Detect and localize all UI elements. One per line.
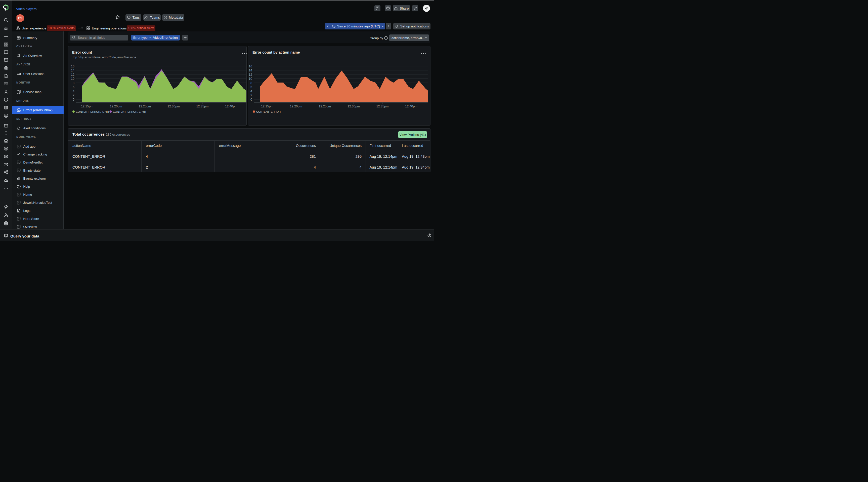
svg-text:12:40pm: 12:40pm: [225, 104, 237, 108]
svg-text:12:15pm: 12:15pm: [81, 104, 93, 108]
svg-text:16: 16: [71, 65, 74, 68]
svg-text:12:25pm: 12:25pm: [138, 104, 151, 108]
svg-text:6: 6: [250, 85, 252, 89]
svg-text:8: 8: [73, 81, 74, 85]
svg-text:12:20pm: 12:20pm: [290, 104, 302, 108]
svg-text:4: 4: [250, 90, 252, 93]
svg-text:10: 10: [249, 77, 252, 81]
svg-text:CONTENT_ERROR, 2, null: CONTENT_ERROR, 2, null: [113, 110, 146, 113]
svg-text:12:30pm: 12:30pm: [347, 104, 360, 108]
svg-text:4: 4: [73, 90, 74, 93]
svg-text:12:25pm: 12:25pm: [318, 104, 331, 108]
svg-text:12:30pm: 12:30pm: [167, 104, 180, 108]
svg-text:12: 12: [71, 73, 74, 77]
svg-text:12:20pm: 12:20pm: [110, 104, 122, 108]
svg-text:CONTENT_ERROR, 4, null: CONTENT_ERROR, 4, null: [76, 110, 109, 113]
svg-text:12: 12: [249, 73, 252, 77]
svg-text:12:35pm: 12:35pm: [376, 104, 389, 108]
svg-text:2: 2: [250, 94, 252, 97]
svg-text:6: 6: [73, 85, 74, 89]
svg-text:16: 16: [249, 65, 252, 68]
svg-text:12:40pm: 12:40pm: [405, 104, 417, 108]
svg-text:10: 10: [71, 77, 74, 81]
svg-text:0: 0: [250, 98, 252, 101]
svg-text:14: 14: [71, 69, 74, 72]
svg-text:12:35pm: 12:35pm: [196, 104, 209, 108]
svg-text:0: 0: [73, 98, 74, 101]
svg-text:2: 2: [73, 94, 74, 97]
svg-text:12:15pm: 12:15pm: [261, 104, 273, 108]
svg-text:CONTENT_ERROR: CONTENT_ERROR: [256, 110, 281, 113]
svg-text:14: 14: [249, 69, 252, 72]
svg-text:8: 8: [250, 81, 252, 85]
